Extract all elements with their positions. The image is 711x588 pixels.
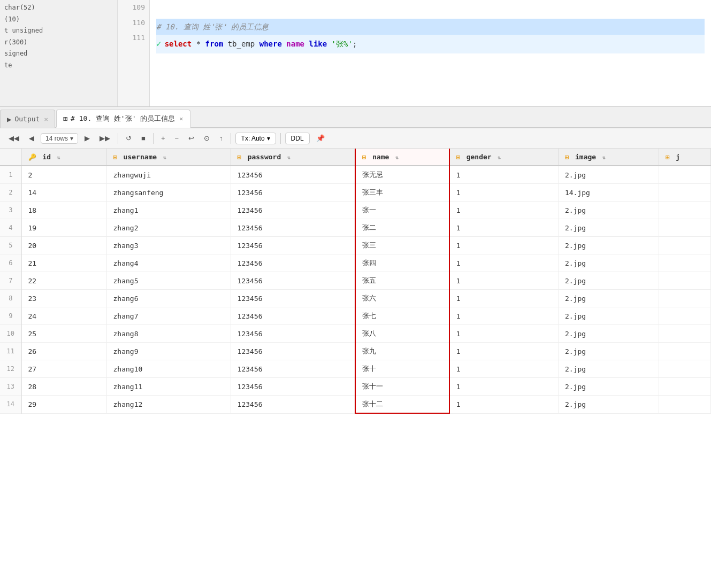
cell-j xyxy=(659,219,711,237)
cell-name: 张七 xyxy=(355,307,449,325)
cell-rownum: 10 xyxy=(0,325,21,343)
undo-button[interactable]: ↩ xyxy=(185,133,197,144)
table-row[interactable]: 823zhang6123456张六12.jpg xyxy=(0,290,711,307)
prev-page-button[interactable]: ◀ xyxy=(26,133,37,144)
cell-password: 123456 xyxy=(231,343,355,360)
table-row[interactable]: 419zhang2123456张二12.jpg xyxy=(0,219,711,237)
cell-username: zhang12 xyxy=(106,396,231,414)
pin-button[interactable]: 📌 xyxy=(313,133,328,144)
col-header-image[interactable]: ⊞ image ⇅ xyxy=(558,149,659,166)
table-row[interactable]: 621zhang4123456张四12.jpg xyxy=(0,254,711,272)
next-page-button[interactable]: ▶ xyxy=(81,133,93,144)
tab-query-close[interactable]: ✕ xyxy=(179,115,183,122)
col-header-username[interactable]: ⊞ username ⇅ xyxy=(106,149,231,166)
cell-password: 123456 xyxy=(231,290,355,307)
id-sort-icon[interactable]: ⇅ xyxy=(57,154,60,160)
add-row-button[interactable]: + xyxy=(158,133,169,144)
table-row[interactable]: 1025zhang8123456张八12.jpg xyxy=(0,325,711,343)
table-row[interactable]: 520zhang3123456张三12.jpg xyxy=(0,237,711,254)
cell-gender: 1 xyxy=(449,237,559,254)
tx-auto-button[interactable]: Tx: Auto ▾ xyxy=(235,133,276,144)
cell-username: zhang11 xyxy=(106,378,231,396)
toolbar-separator-1 xyxy=(118,133,118,144)
tab-output[interactable]: ▶ Output ✕ xyxy=(0,110,55,128)
cell-image: 2.jpg xyxy=(558,343,659,360)
image-sort-icon[interactable]: ⇅ xyxy=(602,154,606,160)
cell-username: zhang1 xyxy=(106,202,231,219)
col-header-id[interactable]: 🔑 id ⇅ xyxy=(21,149,106,166)
query-tab-icon: ⊞ xyxy=(63,114,67,123)
cell-password: 123456 xyxy=(231,202,355,219)
password-sort-icon[interactable]: ⇅ xyxy=(287,154,290,160)
code-line-110: # 10. 查询 姓'张' 的员工信息 xyxy=(156,19,705,35)
table-row[interactable]: 214zhangsanfeng123456张三丰114.jpg xyxy=(0,184,711,202)
remove-row-button[interactable]: − xyxy=(171,133,182,144)
cell-name: 张四 xyxy=(355,254,449,272)
table-row[interactable]: 12zhangwuji123456张无忌12.jpg xyxy=(0,166,711,184)
upload-button[interactable]: ↑ xyxy=(216,133,226,144)
gender-sort-icon[interactable]: ⇅ xyxy=(498,154,501,160)
stop-button[interactable]: ■ xyxy=(138,133,149,144)
cell-image: 2.jpg xyxy=(558,202,659,219)
col-password-label: password xyxy=(248,153,281,161)
cell-name: 张十二 xyxy=(355,396,449,414)
col-header-gender[interactable]: ⊞ gender ⇅ xyxy=(449,149,559,166)
last-page-button[interactable]: ▶▶ xyxy=(96,133,113,144)
table-row[interactable]: 924zhang7123456张七12.jpg xyxy=(0,307,711,325)
cell-name: 张三 xyxy=(355,237,449,254)
cell-image: 2.jpg xyxy=(558,219,659,237)
cell-password: 123456 xyxy=(231,360,355,378)
cell-image: 2.jpg xyxy=(558,166,659,184)
toolbar-separator-4 xyxy=(280,133,281,144)
sql-semi: ; xyxy=(353,37,357,51)
cell-name: 张五 xyxy=(355,272,449,290)
cell-id: 2 xyxy=(21,166,106,184)
col-header-name[interactable]: ⊞ name ⇅ xyxy=(355,149,449,166)
main-content: char(52) (10) t unsigned r(300) signed t… xyxy=(0,0,711,588)
first-page-button[interactable]: ◀◀ xyxy=(5,133,22,144)
image-col-icon: ⊞ xyxy=(565,153,569,161)
cell-id: 26 xyxy=(21,343,106,360)
result-toolbar: ◀◀ ◀ 14 rows ▾ ▶ ▶▶ ↺ ■ + − ↩ ⊙ ↑ Tx: Au… xyxy=(0,128,711,149)
table-row[interactable]: 1429zhang12123456张十二12.jpg xyxy=(0,396,711,414)
refresh-button[interactable]: ↺ xyxy=(123,133,135,144)
cell-name: 张九 xyxy=(355,343,449,360)
cell-rownum: 7 xyxy=(0,272,21,290)
table-row[interactable]: 1328zhang11123456张十一12.jpg xyxy=(0,378,711,396)
username-sort-icon[interactable]: ⇅ xyxy=(163,154,166,160)
code-editor[interactable]: # 10. 查询 姓'张' 的员工信息 ✓ select * from tb_e… xyxy=(150,0,711,106)
cell-id: 19 xyxy=(21,219,106,237)
password-col-icon: ⊞ xyxy=(238,153,241,161)
col-gender-label: gender xyxy=(467,153,492,161)
settings-button[interactable]: ⊙ xyxy=(201,133,213,144)
id-col-icon: 🔑 xyxy=(28,153,36,161)
tx-label: Tx: Auto xyxy=(241,135,265,142)
cell-password: 123456 xyxy=(231,166,355,184)
table-row[interactable]: 1126zhang9123456张九12.jpg xyxy=(0,343,711,360)
col-header-password[interactable]: ⊞ password ⇅ xyxy=(231,149,355,166)
table-body: 12zhangwuji123456张无忌12.jpg214zhangsanfen… xyxy=(0,166,711,413)
cell-name: 张六 xyxy=(355,290,449,307)
cell-username: zhang9 xyxy=(106,343,231,360)
tab-output-close[interactable]: ✕ xyxy=(44,115,48,123)
cell-j xyxy=(659,378,711,396)
rows-count-button[interactable]: 14 rows ▾ xyxy=(41,133,78,144)
cell-gender: 1 xyxy=(449,325,559,343)
tab-query-result[interactable]: ⊞ # 10. 查询 姓'张' 的员工信息 ✕ xyxy=(56,110,190,128)
line-num-109: 109 xyxy=(118,0,145,16)
check-icon: ✓ xyxy=(156,36,162,52)
cell-rownum: 13 xyxy=(0,378,21,396)
table-row[interactable]: 1227zhang10123456张十12.jpg xyxy=(0,360,711,378)
cell-password: 123456 xyxy=(231,307,355,325)
cell-username: zhang5 xyxy=(106,272,231,290)
cell-image: 2.jpg xyxy=(558,254,659,272)
line-num-111: 111 xyxy=(118,30,145,46)
table-row[interactable]: 722zhang5123456张五12.jpg xyxy=(0,272,711,290)
line-numbers: 109 110 111 ✓ xyxy=(118,0,150,106)
name-sort-icon[interactable]: ⇅ xyxy=(395,154,399,160)
ddl-button[interactable]: DDL xyxy=(285,133,310,144)
table-row[interactable]: 318zhang1123456张一12.jpg xyxy=(0,202,711,219)
col-username-label: username xyxy=(124,153,157,161)
col-header-j[interactable]: ⊞ j xyxy=(659,149,711,166)
cell-name: 张三丰 xyxy=(355,184,449,202)
